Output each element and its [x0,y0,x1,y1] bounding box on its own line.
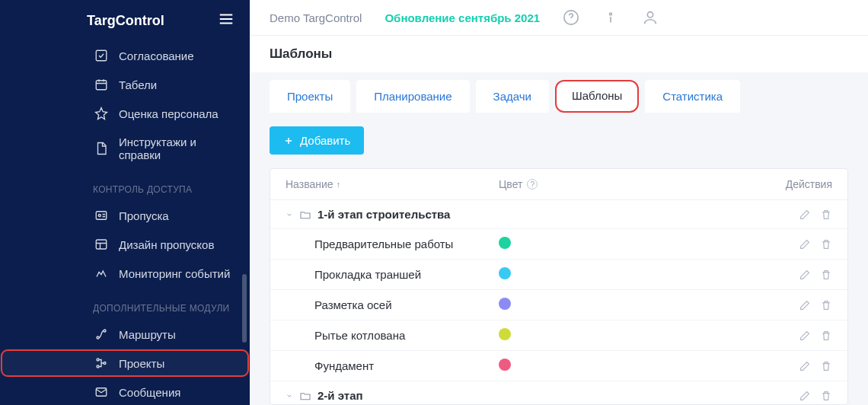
sidebar-item-label: Табели [119,78,157,91]
trash-icon[interactable] [820,360,832,372]
svg-point-6 [104,330,106,332]
table-row[interactable]: Рытье котлована [270,320,847,351]
sidebar-item-briefings[interactable]: Инструктажи и справки [0,128,250,169]
route-icon [94,327,108,341]
sidebar-item-label: Инструктажи и справки [119,136,233,161]
sidebar-item-approval[interactable]: Согласование [0,41,250,70]
edit-icon[interactable] [799,238,811,250]
color-dot [499,298,511,310]
tabs: Проекты Планирование Задачи Шаблоны Стат… [250,72,868,113]
user-icon[interactable] [642,9,659,26]
sidebar-item-label: Согласование [119,49,194,62]
svg-point-9 [104,362,106,365]
table-row[interactable]: Фундамент [270,351,847,381]
info-icon[interactable] [602,9,619,26]
monitor-icon [94,266,108,280]
svg-rect-0 [96,50,107,61]
sidebar-item-pass-design[interactable]: Дизайн пропусков [0,230,250,259]
page-title: Шаблоны [250,35,868,72]
sidebar-item-label: Мониторинг событий [119,267,230,280]
brand-logo: TargControl [87,13,164,29]
main-content: Demo TargControl Обновление сентябрь 202… [250,0,868,405]
sidebar-item-label: Пропуска [119,209,169,222]
help-badge-icon[interactable]: ? [527,179,538,190]
toolbar: Добавить [250,113,868,168]
svg-point-3 [98,215,101,217]
svg-point-5 [97,336,99,339]
table-row[interactable]: Разметка осей [270,290,847,320]
breadcrumb[interactable]: Demo TargControl [270,11,362,24]
edit-icon[interactable] [799,299,811,311]
sidebar-item-label: Проекты [119,357,164,370]
scrollbar-thumb[interactable] [242,274,247,343]
folder-icon [299,390,311,402]
templates-table: Название ↑ Цвет ? Действия 1-й этап стро… [270,168,848,405]
chevron-down-icon[interactable] [286,392,293,400]
sidebar-section-access: КОНТРОЛЬ ДОСТУПА [0,169,250,201]
edit-icon[interactable] [799,360,811,372]
table-row[interactable]: Предварительные работы [270,229,847,260]
table-row-group[interactable]: 1-й этап строительства [270,200,847,229]
sidebar-item-staff-rating[interactable]: Оценка персонала [0,99,250,128]
plus-icon [283,136,294,146]
add-button[interactable]: Добавить [270,126,364,155]
calendar-icon [94,78,108,91]
trash-icon[interactable] [820,269,832,281]
edit-icon[interactable] [799,209,811,221]
color-dot [499,237,511,249]
trash-icon[interactable] [820,238,832,250]
color-dot [499,359,511,371]
sidebar-item-label: Сообщения [119,386,180,399]
news-link[interactable]: Обновление сентябрь 2021 [385,11,540,24]
folder-icon [299,209,311,221]
table-row[interactable]: Прокладка траншей [270,260,847,290]
star-icon [94,107,108,120]
th-name[interactable]: Название ↑ [286,178,499,190]
table-header: Название ↑ Цвет ? Действия [270,169,847,200]
tab-planning[interactable]: Планирование [356,80,469,113]
badge-icon [94,209,108,222]
svg-rect-4 [96,240,107,249]
th-color: Цвет ? [499,178,651,190]
table-row-group[interactable]: 2-й этап [270,381,847,405]
svg-point-12 [610,13,612,15]
sidebar-item-routes[interactable]: Маршруты [0,320,250,349]
trash-icon[interactable] [820,330,832,342]
tab-stats[interactable]: Статистика [645,80,740,113]
mail-icon [94,385,108,399]
tab-projects[interactable]: Проекты [270,80,350,113]
check-square-icon [94,49,108,62]
file-icon [94,142,108,155]
color-dot [499,328,511,340]
add-button-label: Добавить [300,134,350,147]
edit-icon[interactable] [799,330,811,342]
tab-templates[interactable]: Шаблоны [555,80,639,113]
menu-toggle-icon[interactable] [218,11,235,30]
edit-icon[interactable] [799,390,811,402]
svg-point-7 [97,359,99,361]
sidebar-item-projects[interactable]: Проекты [0,349,250,378]
th-actions: Действия [786,178,832,190]
edit-icon[interactable] [799,269,811,281]
sidebar-item-passes[interactable]: Пропуска [0,201,250,230]
svg-point-13 [647,12,653,18]
sidebar-item-label: Маршруты [119,328,176,341]
topbar: Demo TargControl Обновление сентябрь 202… [250,0,868,35]
sidebar-item-label: Дизайн пропусков [119,238,214,251]
sidebar-item-label: Оценка персонала [119,107,219,120]
layout-icon [94,238,108,251]
trash-icon[interactable] [820,390,832,402]
sidebar-item-messages[interactable]: Сообщения [0,378,250,405]
sidebar-item-event-monitor[interactable]: Мониторинг событий [0,259,250,288]
svg-rect-2 [96,212,107,220]
svg-point-8 [97,365,99,368]
chevron-down-icon[interactable] [286,211,293,218]
tab-tasks[interactable]: Задачи [476,80,549,113]
trash-icon[interactable] [820,299,832,311]
trash-icon[interactable] [820,209,832,221]
color-dot [499,267,511,279]
sidebar-item-timesheets[interactable]: Табели [0,70,250,99]
projects-icon [94,356,108,370]
help-icon[interactable] [563,9,579,26]
svg-rect-1 [96,81,107,90]
